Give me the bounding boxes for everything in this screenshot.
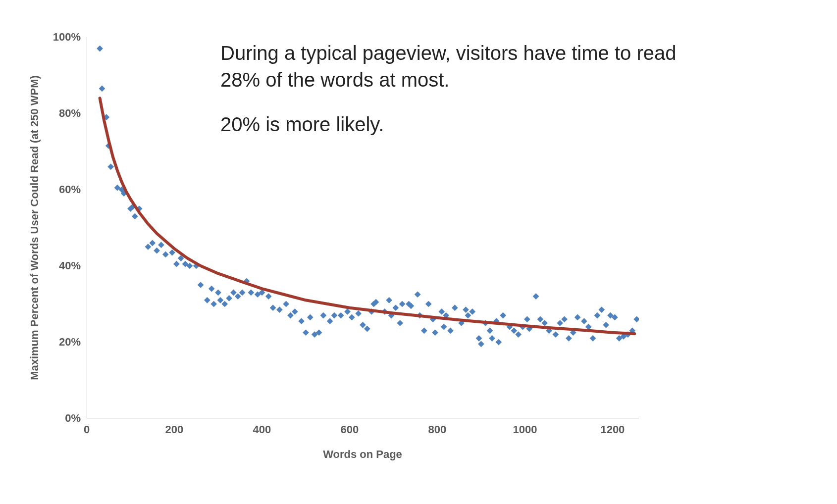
data-point [327, 318, 333, 324]
svg-rect-125 [590, 335, 596, 342]
y-tick-label: 80% [59, 107, 81, 120]
svg-rect-48 [239, 290, 246, 296]
svg-rect-67 [338, 312, 344, 319]
data-point [447, 328, 454, 334]
svg-rect-127 [598, 306, 605, 313]
svg-rect-118 [557, 320, 563, 326]
data-point [107, 163, 114, 170]
data-point [154, 248, 160, 254]
data-point [210, 301, 217, 307]
data-point [557, 320, 563, 326]
svg-rect-46 [230, 290, 237, 296]
svg-rect-64 [320, 312, 326, 319]
svg-rect-102 [487, 328, 493, 334]
data-point [349, 314, 355, 321]
svg-rect-54 [270, 304, 276, 311]
svg-rect-66 [331, 312, 338, 319]
svg-rect-30 [158, 242, 164, 248]
svg-rect-100 [478, 341, 484, 347]
data-point [537, 316, 544, 322]
data-point [320, 312, 326, 319]
data-point [397, 320, 403, 326]
data-point [590, 335, 596, 342]
x-axis-label: Words on Page [323, 448, 402, 461]
data-point [603, 322, 609, 328]
data-point [541, 320, 548, 326]
svg-rect-84 [415, 291, 421, 298]
chart-container: Maximum Percent of Words User Could Read… [0, 0, 837, 504]
svg-rect-38 [198, 282, 204, 288]
data-point [344, 308, 351, 315]
data-point [276, 306, 283, 313]
data-point [393, 304, 399, 311]
data-point [215, 290, 221, 296]
svg-rect-109 [515, 331, 522, 338]
y-tick-label: 20% [59, 336, 81, 349]
svg-rect-103 [489, 335, 495, 342]
svg-rect-29 [154, 248, 160, 254]
data-point [287, 312, 294, 319]
x-tick-label: 400 [253, 423, 271, 436]
svg-rect-120 [566, 335, 572, 342]
svg-rect-96 [463, 306, 469, 313]
svg-rect-19 [107, 163, 114, 170]
data-point [598, 306, 605, 313]
svg-rect-58 [292, 308, 298, 315]
x-tick-label: 1200 [600, 423, 625, 436]
data-point [511, 328, 517, 334]
svg-rect-25 [132, 213, 138, 220]
data-point [476, 335, 482, 342]
svg-rect-41 [210, 301, 217, 307]
data-point [386, 297, 392, 303]
data-point [239, 290, 246, 296]
svg-rect-135 [633, 316, 639, 322]
data-point [198, 282, 204, 288]
data-point [338, 312, 344, 319]
svg-rect-57 [287, 312, 294, 319]
data-point [432, 329, 438, 336]
svg-rect-126 [594, 312, 601, 319]
svg-rect-93 [447, 328, 454, 334]
svg-rect-81 [399, 301, 406, 307]
svg-rect-70 [355, 310, 362, 317]
data-point [132, 213, 138, 220]
data-point [217, 297, 224, 303]
svg-rect-69 [349, 314, 355, 321]
svg-rect-98 [469, 308, 475, 315]
svg-rect-31 [162, 252, 169, 258]
x-tick-label: 0 [84, 423, 90, 436]
svg-rect-60 [303, 329, 309, 336]
svg-rect-68 [344, 308, 351, 315]
y-tick-label: 60% [59, 183, 81, 196]
data-point [270, 304, 276, 311]
svg-rect-47 [235, 293, 241, 300]
svg-rect-55 [276, 306, 283, 313]
data-point [173, 261, 180, 267]
svg-rect-79 [393, 304, 399, 311]
data-point [248, 290, 254, 296]
data-point [495, 339, 502, 346]
data-point [463, 306, 469, 313]
svg-rect-128 [603, 322, 609, 328]
svg-rect-71 [360, 322, 366, 328]
svg-rect-77 [386, 297, 392, 303]
data-point [209, 286, 215, 292]
svg-rect-28 [149, 240, 156, 246]
svg-rect-86 [421, 328, 427, 334]
svg-rect-115 [541, 320, 548, 326]
svg-rect-50 [248, 290, 254, 296]
svg-rect-113 [533, 293, 539, 300]
svg-rect-94 [452, 304, 458, 311]
svg-rect-72 [364, 326, 370, 332]
data-point [465, 312, 471, 319]
svg-rect-123 [581, 318, 587, 324]
svg-rect-16 [99, 86, 105, 92]
data-point [575, 314, 581, 321]
data-point [399, 301, 406, 307]
data-point [360, 322, 366, 328]
data-point [469, 308, 475, 315]
data-point [581, 318, 587, 324]
svg-rect-114 [537, 316, 544, 322]
data-point [331, 312, 338, 319]
data-point [145, 244, 152, 250]
